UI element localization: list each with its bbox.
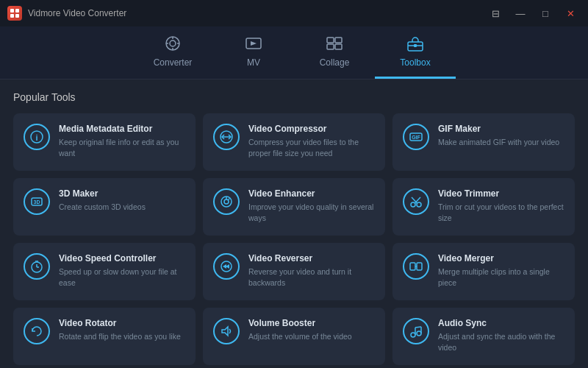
- video-compressor-desc: Compress your video files to the proper …: [248, 137, 375, 158]
- svg-point-43: [411, 333, 415, 337]
- maximize-button[interactable]: □: [535, 6, 556, 21]
- tool-card-video-reverser[interactable]: Video Reverser Reverse your video and tu…: [203, 243, 385, 300]
- video-merger-desc: Merge multiple clips into a single piece: [438, 266, 564, 288]
- svg-point-5: [170, 40, 176, 46]
- video-trimmer-icon: [403, 188, 429, 215]
- video-reverser-name: Video Reverser: [248, 253, 375, 263]
- svg-point-30: [411, 202, 415, 207]
- tab-toolbox-label: Toolbox: [400, 57, 430, 68]
- collage-icon: [326, 35, 343, 54]
- tool-card-audio-sync[interactable]: Audio Sync Adjust and sync the audio wit…: [392, 308, 575, 365]
- title-bar: Vidmore Video Converter ⊟ — □ ✕: [0, 0, 588, 26]
- video-enhancer-icon: [213, 188, 240, 215]
- svg-rect-2: [10, 14, 14, 18]
- svg-rect-12: [335, 38, 342, 43]
- video-enhancer-name: Video Enhancer: [248, 188, 375, 199]
- audio-sync-name: Audio Sync: [438, 318, 564, 328]
- tab-converter-label: Converter: [154, 57, 193, 68]
- minimize-button[interactable]: —: [510, 6, 531, 21]
- svg-rect-11: [327, 38, 334, 43]
- 3d-maker-desc: Create custom 3D videos: [59, 202, 185, 213]
- tab-toolbox[interactable]: Toolbox: [375, 26, 456, 79]
- main-content: Popular Tools i Media Metadata Editor Ke…: [0, 79, 588, 368]
- tab-converter[interactable]: Converter: [132, 26, 213, 79]
- svg-rect-3: [15, 14, 19, 18]
- svg-rect-1: [15, 9, 19, 13]
- video-enhancer-desc: Improve your video quality in several wa…: [248, 202, 375, 223]
- title-bar-controls: ⊟ — □ ✕: [485, 6, 581, 21]
- video-compressor-icon: [213, 124, 240, 150]
- media-metadata-editor-info: Media Metadata Editor Keep original file…: [59, 124, 185, 158]
- tab-mv[interactable]: MV: [213, 26, 294, 79]
- section-title: Popular Tools: [13, 91, 575, 103]
- app-icon: [7, 6, 22, 21]
- svg-point-44: [417, 331, 421, 336]
- video-rotator-icon: [24, 318, 50, 344]
- tool-card-gif-maker[interactable]: GIF GIF Maker Make animated GIF with you…: [392, 113, 575, 171]
- tool-card-video-speed-controller[interactable]: Video Speed Controller Speed up or slow …: [13, 243, 196, 300]
- svg-text:GIF: GIF: [412, 135, 420, 140]
- video-trimmer-info: Video Trimmer Trim or cut your videos to…: [438, 188, 564, 223]
- 3d-maker-icon: 3D: [24, 188, 50, 215]
- toolbox-icon: [406, 35, 424, 54]
- tool-card-video-merger[interactable]: Video Merger Merge multiple clips into a…: [392, 243, 575, 300]
- video-reverser-desc: Reverse your video and turn it backwards: [248, 266, 375, 288]
- tools-grid: i Media Metadata Editor Keep original fi…: [13, 113, 575, 365]
- volume-booster-info: Volume Booster Adjust the volume of the …: [248, 318, 375, 342]
- tab-collage-label: Collage: [320, 57, 350, 68]
- video-compressor-info: Video Compressor Compress your video fil…: [248, 124, 375, 158]
- 3d-maker-name: 3D Maker: [59, 188, 185, 199]
- tool-card-video-trimmer[interactable]: Video Trimmer Trim or cut your videos to…: [392, 178, 575, 236]
- svg-rect-39: [410, 263, 415, 270]
- media-metadata-editor-desc: Keep original file info or edit as you w…: [59, 137, 185, 158]
- mv-icon: [245, 35, 262, 54]
- tab-mv-label: MV: [247, 57, 260, 68]
- tool-card-video-enhancer[interactable]: Video Enhancer Improve your video qualit…: [203, 178, 385, 236]
- video-rotator-name: Video Rotator: [59, 318, 185, 328]
- tool-card-media-metadata-editor[interactable]: i Media Metadata Editor Keep original fi…: [13, 113, 196, 171]
- converter-icon: [164, 35, 182, 54]
- gif-maker-icon: GIF: [403, 124, 429, 150]
- svg-point-31: [417, 202, 421, 207]
- volume-booster-name: Volume Booster: [248, 318, 375, 328]
- tool-card-video-rotator[interactable]: Video Rotator Rotate and flip the video …: [13, 308, 196, 365]
- video-speed-controller-desc: Speed up or slow down your file at ease: [59, 266, 185, 288]
- volume-booster-icon: [213, 318, 240, 344]
- svg-text:3D: 3D: [34, 199, 40, 205]
- video-speed-controller-info: Video Speed Controller Speed up or slow …: [59, 253, 185, 288]
- app-title: Vidmore Video Converter: [28, 8, 126, 18]
- svg-line-29: [228, 199, 230, 201]
- video-speed-controller-icon: [24, 253, 50, 280]
- gif-maker-name: GIF Maker: [438, 124, 564, 134]
- video-trimmer-name: Video Trimmer: [438, 188, 564, 199]
- svg-line-47: [415, 327, 421, 328]
- video-merger-info: Video Merger Merge multiple clips into a…: [438, 253, 564, 288]
- svg-marker-42: [222, 327, 228, 336]
- media-metadata-editor-name: Media Metadata Editor: [59, 124, 185, 134]
- nav-tabs: Converter MV Collage: [0, 26, 588, 79]
- tool-card-volume-booster[interactable]: Volume Booster Adjust the volume of the …: [203, 308, 385, 365]
- gif-maker-desc: Make animated GIF with your video: [438, 137, 564, 148]
- video-reverser-info: Video Reverser Reverse your video and tu…: [248, 253, 375, 288]
- svg-rect-14: [335, 44, 342, 49]
- tab-collage[interactable]: Collage: [294, 26, 375, 79]
- svg-rect-17: [414, 44, 417, 47]
- title-bar-left: Vidmore Video Converter: [7, 6, 126, 21]
- 3d-maker-info: 3D Maker Create custom 3D videos: [59, 188, 185, 213]
- tool-card-3d-maker[interactable]: 3D 3D Maker Create custom 3D videos: [13, 178, 196, 236]
- audio-sync-desc: Adjust and sync the audio with the video: [438, 331, 564, 353]
- media-metadata-editor-icon: i: [24, 124, 50, 150]
- close-button[interactable]: ✕: [560, 6, 581, 21]
- video-merger-icon: [403, 253, 429, 280]
- svg-text:i: i: [35, 133, 37, 142]
- video-speed-controller-name: Video Speed Controller: [59, 253, 185, 263]
- tool-card-video-compressor[interactable]: Video Compressor Compress your video fil…: [203, 113, 385, 171]
- video-rotator-info: Video Rotator Rotate and flip the video …: [59, 318, 185, 342]
- video-compressor-name: Video Compressor: [248, 124, 375, 134]
- video-merger-name: Video Merger: [438, 253, 564, 263]
- svg-rect-13: [327, 44, 334, 49]
- video-enhancer-info: Video Enhancer Improve your video qualit…: [248, 188, 375, 223]
- gif-maker-info: GIF Maker Make animated GIF with your vi…: [438, 124, 564, 148]
- svg-rect-0: [10, 9, 14, 13]
- caption-button[interactable]: ⊟: [485, 6, 506, 21]
